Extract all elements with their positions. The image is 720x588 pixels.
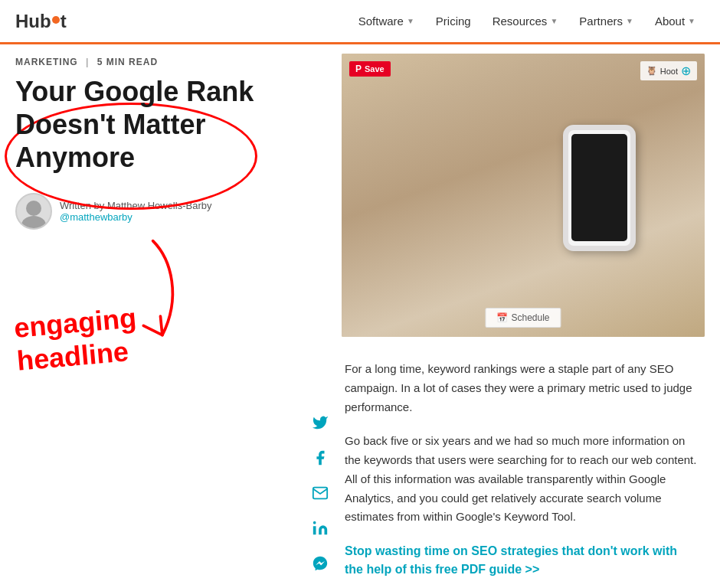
cta-link[interactable]: Stop wasting time on SEO strategies that… xyxy=(345,542,702,579)
nav-item-pricing[interactable]: Pricing xyxy=(427,10,480,32)
hootsuite-badge[interactable]: 🦉 Hoot ⊕ xyxy=(640,61,697,80)
svg-point-2 xyxy=(313,521,316,524)
email-share-button[interactable] xyxy=(309,482,331,504)
logo[interactable]: Hubt xyxy=(15,11,67,32)
chevron-down-icon: ▼ xyxy=(688,17,695,25)
facebook-share-button[interactable] xyxy=(309,447,331,469)
nav-item-about[interactable]: About ▼ xyxy=(646,10,705,32)
article-paragraph-2: Go back five or six years and we had so … xyxy=(345,432,702,527)
article-category: MARKETING | 5 MIN READ xyxy=(15,57,291,67)
chevron-down-icon: ▼ xyxy=(626,17,633,25)
calendar-icon: 📅 xyxy=(496,312,508,323)
nav-item-partners[interactable]: Partners ▼ xyxy=(570,10,643,32)
chevron-down-icon: ▼ xyxy=(407,17,414,25)
hero-image: P Save 🦉 Hoot ⊕ 📅 Schedule xyxy=(342,54,705,337)
twitter-share-button[interactable] xyxy=(309,412,331,433)
pinterest-save-badge[interactable]: P Save xyxy=(349,61,391,77)
article-paragraph-1: For a long time, keyword rankings were a… xyxy=(345,360,702,416)
nav-links: Software ▼ Pricing Resources ▼ Partners … xyxy=(349,10,705,32)
nav-item-software[interactable]: Software ▼ xyxy=(349,10,424,32)
chevron-down-icon: ▼ xyxy=(550,17,558,25)
logo-dot xyxy=(52,16,60,24)
article-title: Your Google Rank Doesn't Matter Anymore xyxy=(15,75,291,175)
main-content: P Save 🦉 Hoot ⊕ 📅 Schedule For a long ti… xyxy=(334,44,705,588)
svg-point-1 xyxy=(21,216,46,228)
annotation-area: engaging headline xyxy=(15,245,291,459)
annotation-text: engaging headline xyxy=(13,301,141,377)
linkedin-share-button[interactable] xyxy=(309,518,331,539)
left-column: MARKETING | 5 MIN READ Your Google Rank … xyxy=(15,44,306,588)
hootsuite-plus-icon: ⊕ xyxy=(681,64,691,78)
article-body: For a long time, keyword rankings were a… xyxy=(342,360,705,579)
messenger-share-button[interactable] xyxy=(309,553,331,574)
navigation: Hubt Software ▼ Pricing Resources ▼ Part… xyxy=(0,0,720,44)
hootsuite-icon: 🦉 xyxy=(646,66,657,76)
author-info: Written by Matthew Howells-Barby @matthe… xyxy=(60,200,211,223)
pinterest-icon: P xyxy=(355,64,362,74)
nav-item-resources[interactable]: Resources ▼ xyxy=(483,10,568,32)
schedule-button[interactable]: 📅 Schedule xyxy=(485,308,561,328)
avatar xyxy=(15,193,52,230)
social-sidebar: ⊕ xyxy=(306,44,334,588)
svg-point-0 xyxy=(26,201,41,216)
